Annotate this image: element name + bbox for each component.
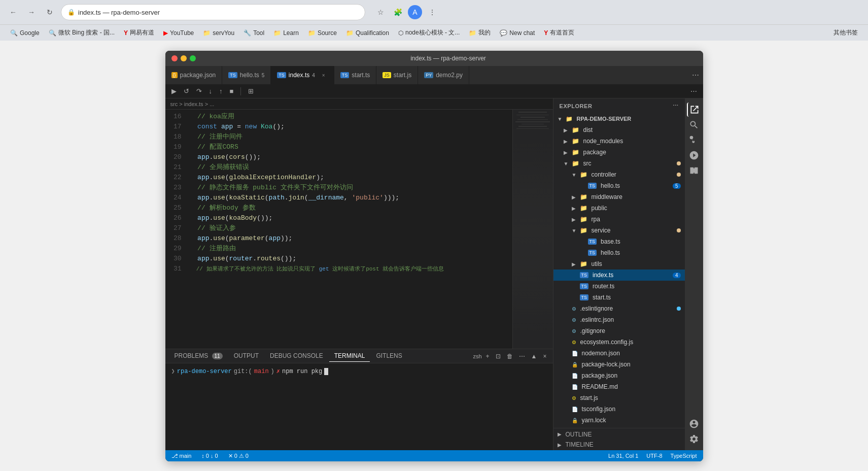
tree-item-src[interactable]: ▼ 📁 src xyxy=(553,158,685,169)
tree-item-gitignore[interactable]: ⚙ .gitignore xyxy=(553,325,685,337)
bookmark-star-button[interactable]: ☆ xyxy=(373,5,388,19)
stop-button[interactable]: ■ xyxy=(228,86,236,96)
tree-item-utils[interactable]: ▶ 📁 utils xyxy=(553,258,685,270)
tree-item-index-ts[interactable]: TS index.ts 4 xyxy=(553,270,685,281)
tree-item-nodemon[interactable]: 📄 nodemon.json xyxy=(553,348,685,359)
profile-button[interactable]: A xyxy=(408,5,422,19)
minimize-button[interactable] xyxy=(181,55,187,61)
bookmark-chat[interactable]: 💬 New chat xyxy=(496,28,539,38)
statusbar-encoding[interactable]: UTF-8 xyxy=(644,453,664,459)
tree-item-readme[interactable]: 📄 README.md xyxy=(553,381,685,392)
bookmark-node[interactable]: ⬡ node核心模块 - 文... xyxy=(394,27,464,39)
bookmark-tool[interactable]: 🔧 Tool xyxy=(239,28,268,38)
tree-item-public[interactable]: ▶ 📁 public xyxy=(553,203,685,214)
tab-demo2-py[interactable]: PY demo2.py xyxy=(418,66,469,84)
bookmark-google[interactable]: 🔍 Google xyxy=(6,28,44,38)
terminal-more-button[interactable]: ⋯ xyxy=(517,352,527,361)
step-out-button[interactable]: ↑ xyxy=(217,86,225,96)
back-button[interactable]: ← xyxy=(6,5,20,19)
close-button[interactable] xyxy=(171,55,178,61)
bookmark-youdao-home[interactable]: Y 有道首页 xyxy=(540,27,578,39)
maximize-button[interactable] xyxy=(190,55,196,61)
tree-item-outline[interactable]: ▶ OUTLINE xyxy=(553,428,685,439)
tree-item-timeline[interactable]: ▶ TIMELINE xyxy=(553,439,685,450)
tree-item-ctrl-hello[interactable]: TS hello.ts 5 xyxy=(553,180,685,191)
statusbar-sync[interactable]: ↕ 0 ↓ 0 xyxy=(199,453,220,459)
py-icon-demo: PY xyxy=(424,72,433,78)
terminal-trash-button[interactable]: 🗑 xyxy=(505,352,515,361)
terminal-add-button[interactable]: + xyxy=(484,352,492,361)
step-over-button[interactable]: ↷ xyxy=(194,86,204,96)
address-bar[interactable]: 🔒 index.ts — rpa-demo-server xyxy=(61,4,365,20)
tab-debug-console[interactable]: DEBUG CONSOLE xyxy=(265,350,328,362)
activity-explorer-button[interactable] xyxy=(687,103,701,117)
statusbar-errors[interactable]: ✕ 0 ⚠ 0 xyxy=(226,453,251,459)
tab-index-ts[interactable]: TS index.ts 4 × xyxy=(271,66,334,84)
tree-item-tsconfig[interactable]: 📄 tsconfig.json xyxy=(553,403,685,415)
tree-item-eslintignore[interactable]: ⚙ .eslintignore xyxy=(553,303,685,314)
tab-hello-ts[interactable]: TS hello.ts 5 xyxy=(222,66,271,84)
bookmark-youdao[interactable]: Y 网易有道 xyxy=(120,27,158,39)
statusbar-lang[interactable]: TypeScript xyxy=(669,453,699,459)
tab-start-js[interactable]: JS start.js xyxy=(376,66,418,84)
tree-item-yarn-lock[interactable]: 🔒 yarn.lock xyxy=(553,415,685,426)
forward-button[interactable]: → xyxy=(24,5,39,19)
tree-root[interactable]: ▼ 📁 RPA-DEMO-SERVER xyxy=(553,113,685,124)
tree-item-controller[interactable]: ▼ 📁 controller xyxy=(553,169,685,180)
tree-item-router-ts[interactable]: TS router.ts xyxy=(553,281,685,292)
tab-problems[interactable]: PROBLEMS 11 xyxy=(169,350,228,362)
terminal-body[interactable]: ❯ rpa-demo-server git:( main ) ✗ npm run… xyxy=(165,363,553,450)
tree-item-eslintrc[interactable]: ⚙ .eslintrc.json xyxy=(553,314,685,325)
activity-settings-button[interactable] xyxy=(687,432,701,446)
tree-item-middleware[interactable]: ▶ 📁 middleware xyxy=(553,191,685,203)
code-area[interactable]: 16 17 18 19 20 21 22 23 24 25 26 27 xyxy=(165,110,512,349)
activity-git-button[interactable] xyxy=(687,133,701,147)
tree-item-node-modules[interactable]: ▶ 📁 node_modules xyxy=(553,136,685,147)
bookmark-youtube[interactable]: ▶ YouTube xyxy=(159,28,198,38)
terminal-close-button[interactable]: × xyxy=(541,352,548,361)
tab-package-json[interactable]: {} package.json xyxy=(165,66,223,84)
code-content[interactable]: // koa应用 const app = new Koa(); // 注册中间件… xyxy=(186,110,512,349)
tree-item-pkg-json[interactable]: 📄 package.json xyxy=(553,370,685,381)
activity-debug-button[interactable] xyxy=(687,148,701,162)
activity-account-button[interactable] xyxy=(687,417,701,431)
tab-start-ts[interactable]: TS start.ts xyxy=(334,66,377,84)
tab-index-close[interactable]: × xyxy=(320,71,328,79)
extensions-button[interactable]: 🧩 xyxy=(391,5,405,19)
tree-item-package[interactable]: ▶ 📁 package xyxy=(553,147,685,158)
activity-extensions-button[interactable] xyxy=(687,163,701,178)
statusbar-line-col[interactable]: Ln 31, Col 1 xyxy=(606,453,640,459)
terminal-maximize-button[interactable]: ▲ xyxy=(529,352,539,361)
statusbar-branch[interactable]: ⎇ main xyxy=(169,453,194,459)
bookmark-qualification[interactable]: 📁 Qualification xyxy=(342,28,393,38)
tree-item-dist[interactable]: ▶ 📁 dist xyxy=(553,124,685,136)
bookmark-learn[interactable]: 📁 Learn xyxy=(269,28,303,38)
restart-button[interactable]: ↺ xyxy=(182,86,191,96)
run-button[interactable]: ▶ xyxy=(169,86,179,96)
bookmark-servyou[interactable]: 📁 servYou xyxy=(199,28,238,38)
terminal-split-button[interactable]: ⊡ xyxy=(494,352,503,361)
tree-item-start-js[interactable]: ⚙ start.js xyxy=(553,392,685,403)
bookmark-source[interactable]: 📁 Source xyxy=(304,28,341,38)
activity-search-button[interactable] xyxy=(687,118,701,132)
tree-item-pkg-lock[interactable]: 🔒 package-lock.json xyxy=(553,359,685,370)
tab-more-button[interactable]: ⋯ xyxy=(688,71,703,79)
tree-item-service[interactable]: ▼ 📁 service xyxy=(553,225,685,236)
split-editor-button[interactable]: ⊞ xyxy=(246,86,256,96)
bookmark-mine[interactable]: 📁 我的 xyxy=(465,27,495,39)
tree-item-start-ts[interactable]: TS start.ts xyxy=(553,292,685,303)
tree-item-ecosystem[interactable]: ⚙ ecosystem.config.js xyxy=(553,337,685,348)
bookmarks-more-button[interactable]: 其他书签 xyxy=(829,27,862,39)
tab-gitlens[interactable]: GITLENS xyxy=(371,350,407,362)
menu-button[interactable]: ⋮ xyxy=(425,5,439,19)
sidebar-more-button[interactable]: ⋯ xyxy=(673,103,679,109)
more-actions-button[interactable]: ⋯ xyxy=(688,86,699,96)
tree-item-rpa[interactable]: ▶ 📁 rpa xyxy=(553,214,685,225)
tab-terminal[interactable]: TERMINAL xyxy=(329,350,370,362)
bookmark-bing[interactable]: 🔍 微软 Bing 搜索 - 国... xyxy=(45,27,119,39)
step-in-button[interactable]: ↓ xyxy=(207,86,215,96)
tree-item-svc-hello[interactable]: TS hello.ts xyxy=(553,247,685,258)
refresh-button[interactable]: ↻ xyxy=(43,5,57,19)
tree-item-base-ts[interactable]: TS base.ts xyxy=(553,236,685,247)
tab-output[interactable]: OUTPUT xyxy=(229,350,264,362)
